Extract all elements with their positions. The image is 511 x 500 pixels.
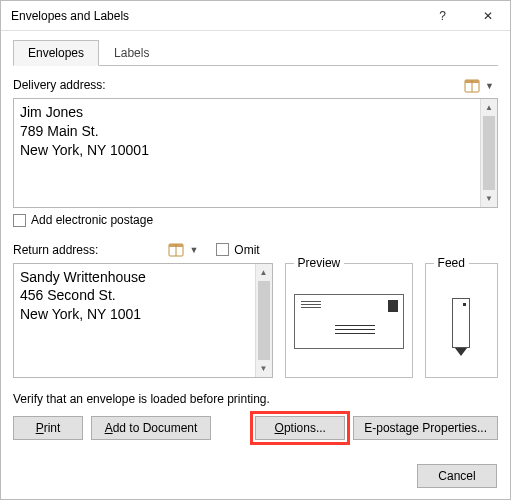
return-scrollbar[interactable]: ▲ ▼	[255, 264, 272, 377]
delivery-scrollbar[interactable]: ▲ ▼	[480, 99, 497, 207]
button-row: Print Add to Document Options... E-posta…	[13, 416, 498, 440]
window-title: Envelopes and Labels	[11, 9, 420, 23]
delivery-address-box: Jim Jones 789 Main St. New York, NY 1000…	[13, 98, 498, 208]
tab-envelopes[interactable]: Envelopes	[13, 40, 99, 66]
add-to-document-label: Add to Document	[105, 421, 198, 435]
epostage-button-label: E-postage Properties...	[364, 421, 487, 435]
tab-labels-label: Labels	[114, 46, 149, 60]
help-button[interactable]: ?	[420, 1, 465, 31]
options-button-label: Options...	[275, 421, 326, 435]
scroll-thumb[interactable]	[483, 116, 495, 190]
epostage-properties-button[interactable]: E-postage Properties...	[353, 416, 498, 440]
electronic-postage-checkbox[interactable]: Add electronic postage	[13, 213, 153, 227]
omit-label: Omit	[234, 243, 259, 257]
mid-row: Sandy Writtenhouse 456 Second St. New Yo…	[13, 263, 498, 378]
delivery-address-input[interactable]: Jim Jones 789 Main St. New York, NY 1000…	[14, 99, 480, 207]
add-to-document-button[interactable]: Add to Document	[91, 416, 211, 440]
addressbook-icon	[168, 243, 184, 257]
return-address-box: Sandy Writtenhouse 456 Second St. New Yo…	[13, 263, 273, 378]
tab-envelopes-label: Envelopes	[28, 46, 84, 60]
omit-checkbox[interactable]: Omit	[216, 243, 259, 257]
scroll-down-icon[interactable]: ▼	[256, 360, 272, 377]
preview-label: Preview	[294, 256, 345, 270]
checkbox-box	[216, 243, 229, 256]
cancel-button-label: Cancel	[438, 469, 475, 483]
title-bar: Envelopes and Labels ? ✕	[1, 1, 510, 31]
delivery-header-row: Delivery address: ▼	[13, 76, 498, 96]
electronic-postage-label: Add electronic postage	[31, 213, 153, 227]
feed-direction-icon	[452, 298, 470, 348]
scroll-thumb[interactable]	[258, 281, 270, 360]
bottom-button-row: Cancel	[417, 464, 497, 488]
chevron-down-icon: ▼	[189, 245, 198, 255]
return-address-input[interactable]: Sandy Writtenhouse 456 Second St. New Yo…	[14, 264, 255, 377]
tab-strip: Envelopes Labels	[13, 39, 498, 66]
cancel-button[interactable]: Cancel	[417, 464, 497, 488]
scroll-up-icon[interactable]: ▲	[481, 99, 497, 116]
dialog-content: Envelopes Labels Delivery address: ▼ Jim…	[1, 31, 510, 452]
tab-labels[interactable]: Labels	[99, 40, 164, 66]
chevron-down-icon: ▼	[485, 81, 494, 91]
feed-panel[interactable]: Feed	[425, 263, 498, 378]
scroll-up-icon[interactable]: ▲	[256, 264, 272, 281]
delivery-label: Delivery address:	[13, 78, 106, 92]
feed-label: Feed	[434, 256, 469, 270]
return-label: Return address:	[13, 243, 98, 257]
options-button[interactable]: Options...	[255, 416, 345, 440]
print-button[interactable]: Print	[13, 416, 83, 440]
checkbox-box	[13, 214, 26, 227]
scroll-down-icon[interactable]: ▼	[481, 190, 497, 207]
return-header-row: Return address: ▼ Omit	[13, 240, 498, 260]
return-addressbook-dropdown[interactable]: ▼	[164, 240, 202, 260]
print-button-label: Print	[36, 421, 61, 435]
close-button[interactable]: ✕	[465, 1, 510, 31]
delivery-addressbook-dropdown[interactable]: ▼	[460, 76, 498, 96]
envelope-preview-icon	[294, 294, 404, 349]
addressbook-icon	[464, 79, 480, 93]
verify-text: Verify that an envelope is loaded before…	[13, 392, 498, 406]
preview-panel[interactable]: Preview	[285, 263, 413, 378]
